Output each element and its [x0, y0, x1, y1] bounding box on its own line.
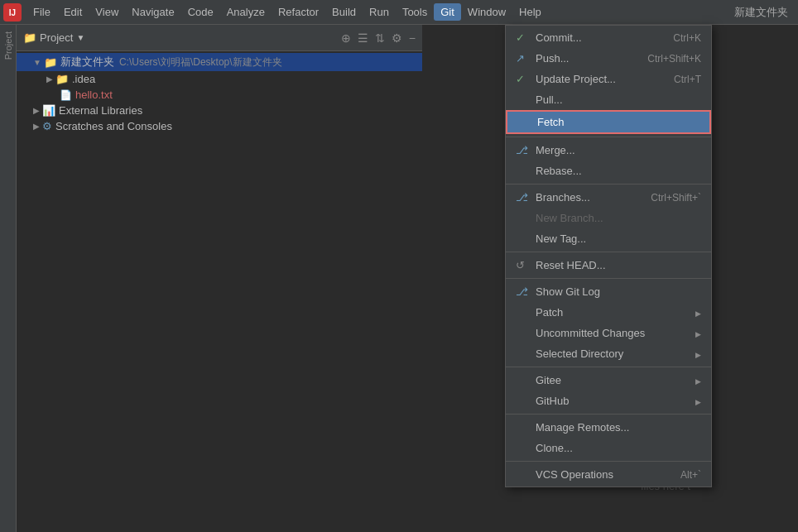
menu-item-patch[interactable]: Patch — [506, 302, 711, 323]
menu-refactor[interactable]: Refactor — [272, 3, 325, 21]
menu-git[interactable]: Git — [434, 3, 461, 21]
tree-root-item[interactable]: ▼ 📁 新建文件夹 C:\Users\刘明福\Desktop\新建文件夹 — [17, 53, 422, 71]
sidebar-strip: Project — [0, 25, 17, 532]
menu-item-show-git-log[interactable]: ⎇ Show Git Log — [506, 281, 711, 302]
push-icon: ↗ — [516, 52, 531, 65]
vcs-ops-shortcut: Alt+` — [680, 469, 701, 481]
scratches-icon: ⚙ — [42, 120, 52, 132]
commit-icon: ✓ — [516, 31, 531, 44]
git-log-icon: ⎇ — [516, 285, 531, 298]
idea-folder-icon: 📁 — [55, 73, 69, 85]
new-branch-label: New Branch... — [536, 212, 603, 224]
idea-expand-arrow: ▶ — [46, 74, 53, 84]
menu-code[interactable]: Code — [181, 3, 220, 21]
separator-4 — [506, 278, 711, 279]
tree-hello-file[interactable]: 📄 hello.txt — [17, 87, 422, 103]
window-title: 新建文件夹 — [734, 5, 795, 20]
menu-item-fetch[interactable]: Fetch — [506, 110, 711, 134]
push-shortcut: Ctrl+Shift+K — [647, 53, 701, 65]
project-header: 📁 Project ▼ ⊕ ☰ ⇅ ⚙ − — [17, 25, 422, 51]
menu-item-vcs-operations[interactable]: VCS Operations Alt+` — [506, 464, 711, 485]
ext-libs-expand-arrow: ▶ — [33, 106, 40, 115]
separator-3 — [506, 252, 711, 252]
github-label: GitHub — [536, 395, 569, 407]
push-label: Push... — [536, 52, 569, 65]
selected-dir-submenu-arrow — [692, 349, 701, 359]
menu-analyze[interactable]: Analyze — [220, 3, 272, 21]
menu-file[interactable]: File — [26, 3, 57, 21]
menu-item-commit[interactable]: ✓ Commit... Ctrl+K — [506, 27, 711, 48]
ext-libs-name: External Libraries — [59, 104, 142, 117]
patch-submenu-arrow — [692, 308, 701, 318]
menu-view[interactable]: View — [89, 3, 125, 21]
close-panel-icon[interactable]: − — [409, 31, 416, 45]
menu-edit[interactable]: Edit — [57, 3, 89, 21]
project-dropdown-arrow: ▼ — [76, 33, 84, 42]
merge-icon: ⎇ — [516, 144, 531, 156]
menu-run[interactable]: Run — [363, 3, 396, 21]
menu-item-new-tag[interactable]: New Tag... — [506, 228, 711, 249]
tree-external-libs[interactable]: ▶ 📊 External Libraries — [17, 103, 422, 118]
add-content-icon[interactable]: ⊕ — [341, 31, 351, 45]
scratches-expand-arrow: ▶ — [33, 122, 40, 131]
github-submenu-arrow — [692, 396, 701, 406]
menu-item-github[interactable]: GitHub — [506, 391, 711, 411]
folder-icon-small: 📁 — [23, 31, 36, 44]
menu-item-uncommitted[interactable]: Uncommitted Changes — [506, 323, 711, 343]
merge-label: Merge... — [536, 144, 575, 156]
hello-file-name: hello.txt — [75, 89, 113, 101]
root-folder-icon: 📁 — [44, 56, 57, 69]
project-tools: ⊕ ☰ ⇅ ⚙ − — [341, 31, 416, 45]
settings-icon[interactable]: ⚙ — [392, 31, 402, 45]
tree-scratches[interactable]: ▶ ⚙ Scratches and Consoles — [17, 118, 422, 134]
menu-help[interactable]: Help — [512, 3, 548, 21]
menu-item-selected-directory[interactable]: Selected Directory — [506, 343, 711, 364]
separator-5 — [506, 367, 711, 367]
update-shortcut: Ctrl+T — [674, 74, 701, 85]
menu-item-gitee[interactable]: Gitee — [506, 370, 711, 391]
collapse-all-icon[interactable]: ☰ — [358, 31, 368, 45]
project-title[interactable]: 📁 Project ▼ — [23, 31, 84, 44]
branches-icon: ⎇ — [516, 191, 531, 204]
patch-label: Patch — [536, 306, 563, 319]
git-dropdown-menu: ✓ Commit... Ctrl+K ↗ Push... Ctrl+Shift+… — [505, 25, 712, 487]
project-panel: 📁 Project ▼ ⊕ ☰ ⇅ ⚙ − ▼ 📁 新建文件夹 C:\Users… — [17, 25, 422, 532]
rebase-label: Rebase... — [536, 165, 582, 177]
selected-dir-label: Selected Directory — [536, 347, 623, 360]
file-tree: ▼ 📁 新建文件夹 C:\Users\刘明福\Desktop\新建文件夹 ▶ 📁… — [17, 51, 422, 532]
clone-label: Clone... — [536, 442, 573, 454]
menubar: IJ File Edit View Navigate Code Analyze … — [0, 0, 798, 25]
pull-label: Pull... — [536, 93, 563, 106]
uncommitted-label: Uncommitted Changes — [536, 327, 645, 339]
sidebar-project-label[interactable]: Project — [3, 31, 13, 60]
menu-window[interactable]: Window — [461, 3, 512, 21]
reset-icon: ↺ — [516, 259, 531, 271]
menu-item-reset-head[interactable]: ↺ Reset HEAD... — [506, 255, 711, 276]
manage-remotes-label: Manage Remotes... — [536, 421, 629, 434]
menu-item-rebase[interactable]: Rebase... — [506, 161, 711, 181]
reset-head-label: Reset HEAD... — [536, 259, 606, 271]
txt-file-icon: 📄 — [60, 89, 72, 101]
menu-item-merge[interactable]: ⎇ Merge... — [506, 140, 711, 161]
app-icon: IJ — [3, 3, 22, 22]
menu-item-clone[interactable]: Clone... — [506, 438, 711, 458]
tree-idea-folder[interactable]: ▶ 📁 .idea — [17, 71, 422, 87]
new-tag-label: New Tag... — [536, 232, 586, 245]
update-icon: ✓ — [516, 73, 531, 85]
root-folder-path: C:\Users\刘明福\Desktop\新建文件夹 — [119, 55, 282, 69]
branches-label: Branches... — [536, 191, 590, 204]
menu-item-branches[interactable]: ⎇ Branches... Ctrl+Shift+` — [506, 187, 711, 208]
menu-item-manage-remotes[interactable]: Manage Remotes... — [506, 417, 711, 438]
menu-build[interactable]: Build — [325, 3, 363, 21]
menu-item-pull[interactable]: Pull... — [506, 89, 711, 110]
menu-tools[interactable]: Tools — [396, 3, 434, 21]
menu-item-push[interactable]: ↗ Push... Ctrl+Shift+K — [506, 48, 711, 69]
separator-2 — [506, 184, 711, 185]
sort-icon[interactable]: ⇅ — [375, 31, 385, 45]
uncommitted-submenu-arrow — [692, 328, 701, 338]
menu-item-update[interactable]: ✓ Update Project... Ctrl+T — [506, 69, 711, 89]
tree-expand-arrow: ▼ — [33, 58, 41, 67]
menu-navigate[interactable]: Navigate — [125, 3, 180, 21]
idea-folder-name: .idea — [72, 73, 95, 85]
scratches-name: Scratches and Consoles — [55, 120, 172, 132]
